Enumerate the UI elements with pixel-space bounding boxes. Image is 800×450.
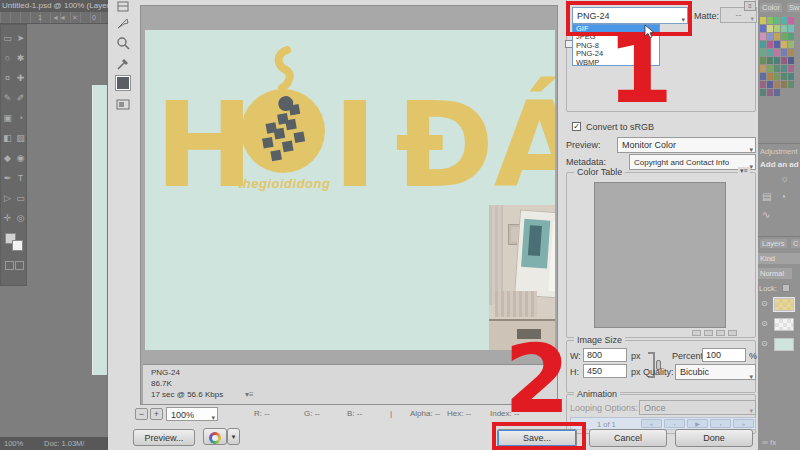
tab-close-icon[interactable]: ✕ [72,14,78,22]
swatch[interactable] [781,33,787,40]
swatch[interactable] [767,25,773,32]
slice-select-tool-icon[interactable] [112,16,134,36]
optimize-menu-icon[interactable]: ≡ [744,1,756,11]
brightness-adjustment-icon[interactable]: ☼ [780,173,789,184]
browser-select-chevron[interactable]: ▾ [227,428,240,445]
swatch[interactable] [781,81,787,88]
swatch[interactable] [788,25,794,32]
tab-channels[interactable]: C [791,239,800,248]
swatch[interactable] [788,81,794,88]
done-button[interactable]: Done [675,429,753,447]
quick-mask-icon[interactable] [5,261,14,270]
swatch[interactable] [760,41,766,48]
document-tab[interactable]: Untitled-1.psd @ 100% (Layer 8 [0,0,108,12]
swatch[interactable] [767,65,773,72]
swatch[interactable] [774,41,780,48]
swatch[interactable] [788,17,794,24]
browser-icon[interactable] [203,428,227,445]
tab-adjustments[interactable]: Adjustment [760,147,798,156]
swatch-grid[interactable] [760,17,800,97]
screen-mode-icon[interactable] [15,261,24,270]
swatch[interactable] [767,33,773,40]
zoom-tool-icon[interactable] [112,36,134,56]
preview-select[interactable]: Monitor Color▾ [617,137,756,153]
swatch[interactable] [788,41,794,48]
swatch[interactable] [760,57,766,64]
metadata-select[interactable]: Copyright and Contact Info▾ [629,154,756,170]
tab-scroll-icon[interactable]: ◄◄ [52,14,66,21]
swatch[interactable] [788,65,794,72]
swatch[interactable] [767,17,773,24]
layer-visibility-icon[interactable]: ⊙ [761,319,768,328]
swatch[interactable] [760,73,766,80]
layer-filter-kind[interactable]: Kind [758,253,800,264]
swatch[interactable] [760,33,766,40]
swatch[interactable] [774,81,780,88]
width-field[interactable]: 800 [583,348,627,362]
swatch[interactable] [788,49,794,56]
cancel-button[interactable]: Cancel [589,429,667,447]
swatch[interactable] [767,49,773,56]
color-table-menu-icon[interactable]: ▾≡ [738,167,750,175]
swatch[interactable] [774,89,780,96]
swatch[interactable] [781,57,787,64]
swatch[interactable] [781,17,787,24]
quality-select[interactable]: Bicubic▾ [675,364,756,380]
tools-column-icons[interactable]: ▭ ○ ¤ ✎ ▣ ◧ ◆ ✒ ▷ ✛ [1,28,14,228]
swatch[interactable] [767,81,773,88]
swatch[interactable] [774,73,780,80]
swatch[interactable] [774,17,780,24]
layer-row[interactable]: ⊙ [758,336,800,354]
tools-panel[interactable]: ▭ ○ ¤ ✎ ▣ ◧ ◆ ✒ ▷ ✛ ➤ ✱ ✚ ✐ ◔ ▨ ◉ T ▭ ◎ [0,24,27,286]
swatch[interactable] [760,65,766,72]
tab-color[interactable]: Color [760,3,782,12]
toggle-slices-icon[interactable] [112,98,134,118]
layer-visibility-icon[interactable]: ⊙ [761,339,768,348]
blend-mode-select[interactable]: Normal [758,268,792,279]
swatch[interactable] [760,89,766,96]
swatch[interactable] [774,33,780,40]
lock-icon[interactable] [782,284,790,292]
preview-in-browser-button[interactable]: Preview... [133,429,195,446]
percent-field[interactable]: 100 [702,348,746,362]
exposure-adjustment-icon[interactable]: ∿ [762,209,770,220]
tab-swatches[interactable]: Sw [787,3,800,12]
previous-frame-button[interactable]: ‹ [664,419,685,428]
zoom-out-button[interactable]: − [135,408,148,420]
swatch[interactable] [781,65,787,72]
swatch[interactable] [774,25,780,32]
zoom-level-select[interactable]: 100%▾ [166,407,218,421]
swatch[interactable] [781,73,787,80]
eyedropper-color-swatch[interactable] [116,76,130,90]
next-frame-button[interactable]: › [710,419,731,428]
swatch[interactable] [774,49,780,56]
statusbar-zoom[interactable]: 100% [4,437,23,450]
tab-layers[interactable]: Layers [760,239,787,248]
convert-srgb-checkbox[interactable]: ✓ [572,122,581,131]
swatch[interactable] [781,41,787,48]
swatch[interactable] [760,17,766,24]
layer-row[interactable]: ⊙ [758,316,800,334]
swatch[interactable] [767,41,773,48]
swatch[interactable] [760,49,766,56]
swatch[interactable] [781,49,787,56]
layer-visibility-icon[interactable]: ⊙ [761,299,768,308]
last-frame-button[interactable]: » [733,419,754,428]
swatch[interactable] [788,73,794,80]
zoom-in-button[interactable]: + [150,408,163,420]
swatch[interactable] [788,33,794,40]
play-button[interactable]: ▶ [687,419,708,428]
swatch[interactable] [767,57,773,64]
swatch[interactable] [760,81,766,88]
first-frame-button[interactable]: « [641,419,662,428]
swatch[interactable] [774,65,780,72]
tools-column-icons[interactable]: ➤ ✱ ✚ ✐ ◔ ▨ ◉ T ▭ ◎ [14,28,27,228]
layer-panel-bottom-icons[interactable]: ∞ fx [762,438,776,447]
swatch[interactable] [767,89,773,96]
swatch[interactable] [781,25,787,32]
background-color-swatch[interactable] [12,240,23,251]
eyedropper-tool-icon[interactable] [112,56,134,76]
download-speed-menu-icon[interactable]: ▾≡ [245,390,254,399]
curves-adjustment-icon[interactable]: ◔ [780,191,786,202]
levels-adjustment-icon[interactable]: ▤ [762,191,771,202]
